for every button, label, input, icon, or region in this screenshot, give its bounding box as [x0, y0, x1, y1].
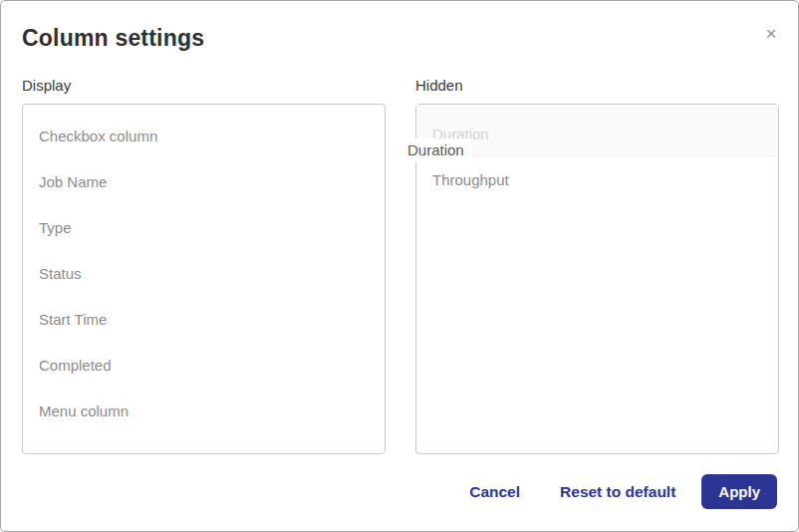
list-item-job-name[interactable]: Job Name: [23, 158, 385, 204]
close-icon[interactable]: ×: [758, 21, 784, 47]
cancel-button[interactable]: Cancel: [469, 483, 520, 501]
hidden-section-label: Hidden: [415, 77, 779, 95]
list-item-type[interactable]: Type: [23, 204, 385, 250]
apply-button[interactable]: Apply: [701, 474, 777, 509]
list-item-checkbox-column[interactable]: Checkbox column: [23, 113, 385, 158]
list-item-start-time[interactable]: Start Time: [23, 296, 385, 342]
column-settings-dialog: Column settings × Display Checkbox colum…: [0, 0, 799, 532]
display-column-list: Checkbox column Job Name Type Status Sta…: [22, 104, 386, 454]
hidden-section: Hidden Duration Throughput Duration: [415, 77, 779, 454]
drag-preview-duration[interactable]: Duration: [406, 138, 472, 162]
dialog-footer: Cancel Reset to default Apply: [469, 474, 777, 509]
list-item-status[interactable]: Status: [23, 250, 385, 296]
display-section-label: Display: [22, 77, 386, 95]
list-item-menu-column[interactable]: Menu column: [23, 388, 385, 433]
display-section: Display Checkbox column Job Name Type St…: [22, 77, 386, 454]
list-item-throughput[interactable]: Throughput: [416, 156, 778, 202]
reset-to-default-button[interactable]: Reset to default: [560, 483, 675, 501]
list-item-completed[interactable]: Completed: [23, 342, 385, 388]
dialog-title: Column settings: [22, 25, 204, 52]
